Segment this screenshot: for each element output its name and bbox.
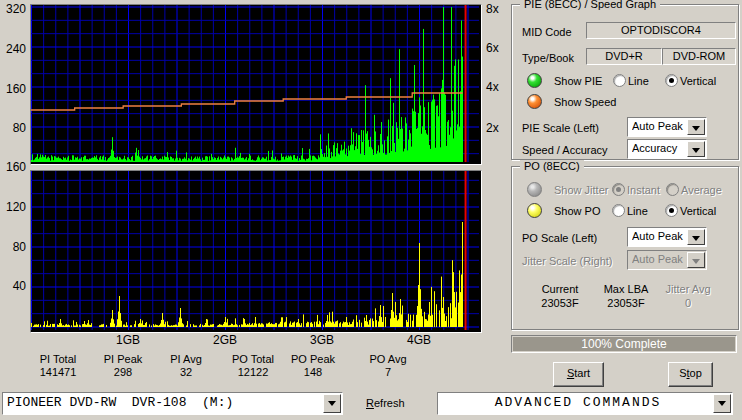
po-ytick-120: 120 bbox=[0, 200, 26, 214]
advanced-commands-value: ADVANCED COMMANDS bbox=[442, 395, 714, 410]
jitter-avg-label: Jitter Avg bbox=[658, 283, 718, 295]
xtick-1gb: 1GB bbox=[106, 333, 150, 347]
po-avg-label: PO Avg bbox=[343, 353, 433, 365]
xtick-4gb: 4GB bbox=[397, 333, 441, 347]
max-lba-value: 23053F bbox=[596, 297, 656, 309]
po-graph-canvas bbox=[31, 171, 479, 330]
po-scale-value: Auto Peak bbox=[632, 230, 688, 242]
stop-label-rest: op bbox=[690, 367, 702, 379]
po-graph bbox=[30, 170, 482, 333]
pie-line-label: Line bbox=[628, 75, 649, 87]
type-field: DVD+R bbox=[586, 48, 662, 65]
refresh-button[interactable]: Refresh bbox=[366, 397, 405, 409]
max-lba-label: Max LBA bbox=[596, 283, 656, 295]
speed-accuracy-arrow-icon[interactable] bbox=[687, 141, 705, 157]
speed-accuracy-label: Speed / Accuracy bbox=[522, 144, 608, 156]
current-label: Current bbox=[530, 283, 590, 295]
jitter-average-radio bbox=[666, 183, 679, 196]
pie-ytick-240: 240 bbox=[0, 42, 26, 56]
mid-code-label: MID Code bbox=[522, 26, 572, 38]
pie-scale-select[interactable]: Auto Peak bbox=[627, 117, 707, 137]
pie-ytick-80: 80 bbox=[0, 121, 26, 135]
start-label-rest: tart bbox=[574, 367, 590, 379]
show-jitter-label: Show Jitter bbox=[554, 184, 608, 196]
show-pie-led[interactable] bbox=[527, 73, 542, 88]
pie-scale-arrow-icon[interactable] bbox=[687, 119, 705, 135]
mid-code-field: OPTODISCOR4 bbox=[586, 22, 736, 39]
pie-speed-groupbox: PIE (8ECC) / Speed Graph MID Code OPTODI… bbox=[511, 4, 739, 160]
progress-bar: 100% Complete bbox=[511, 335, 737, 353]
advanced-commands-arrow-icon[interactable] bbox=[713, 394, 731, 413]
po-ytick-80: 80 bbox=[0, 240, 26, 254]
jitter-instant-label: Instant bbox=[627, 184, 660, 196]
pie-line-radio[interactable] bbox=[613, 74, 626, 87]
pie-groupbox-title: PIE (8ECC) / Speed Graph bbox=[520, 0, 660, 10]
jitter-scale-select: Auto Peak bbox=[627, 250, 707, 270]
po-scale-select[interactable]: Auto Peak bbox=[627, 227, 707, 247]
show-pie-label: Show PIE bbox=[554, 75, 602, 87]
speed-ytick-6x: 6x bbox=[486, 41, 512, 55]
show-speed-label: Show Speed bbox=[554, 96, 616, 108]
drive-select-value: PIONEER DVD-RW DVR-108 (M:) bbox=[7, 395, 324, 410]
jitter-avg-value: 0 bbox=[658, 297, 718, 309]
pie-scale-value: Auto Peak bbox=[632, 120, 688, 132]
show-speed-led[interactable] bbox=[527, 94, 542, 109]
po-ytick-160: 160 bbox=[0, 160, 26, 174]
advanced-commands-select[interactable]: ADVANCED COMMANDS bbox=[437, 392, 733, 415]
pie-speed-graph bbox=[30, 4, 482, 165]
speed-ytick-8x: 8x bbox=[486, 2, 512, 16]
stop-label-pre: S bbox=[679, 367, 686, 379]
po-scale-label: PO Scale (Left) bbox=[522, 232, 597, 244]
xtick-2gb: 2GB bbox=[203, 333, 247, 347]
stop-button[interactable]: Stop bbox=[668, 362, 713, 387]
pie-vertical-radio[interactable] bbox=[665, 74, 678, 87]
po-groupbox-title: PO (8ECC) bbox=[520, 160, 584, 172]
po-line-radio[interactable] bbox=[612, 204, 625, 217]
speed-accuracy-value: Accuracy bbox=[632, 142, 688, 154]
jitter-average-label: Average bbox=[681, 184, 722, 196]
pie-ytick-320: 320 bbox=[0, 2, 26, 16]
po-avg-value: 7 bbox=[343, 366, 433, 378]
refresh-label-underline: R bbox=[366, 397, 374, 409]
jitter-scale-value: Auto Peak bbox=[632, 253, 688, 265]
po-groupbox: PO (8ECC) Show Jitter Instant Average Sh… bbox=[511, 166, 739, 330]
dvdinfopro-window: 320 240 160 80 8x 6x 4x 2x 160 120 80 40… bbox=[0, 0, 742, 420]
start-button[interactable]: Start bbox=[553, 362, 604, 387]
pie-ytick-160: 160 bbox=[0, 82, 26, 96]
refresh-label-rest: efresh bbox=[374, 397, 405, 409]
drive-select[interactable]: PIONEER DVD-RW DVR-108 (M:) bbox=[2, 392, 343, 415]
show-po-led[interactable] bbox=[527, 203, 542, 218]
jitter-scale-label: Jitter Scale (Right) bbox=[522, 255, 612, 267]
drive-select-arrow-icon[interactable] bbox=[323, 394, 341, 413]
current-value: 23053F bbox=[530, 297, 590, 309]
show-po-label: Show PO bbox=[554, 205, 600, 217]
speed-accuracy-select[interactable]: Accuracy bbox=[627, 139, 707, 159]
po-ytick-40: 40 bbox=[0, 279, 26, 293]
jitter-scale-arrow-icon bbox=[687, 252, 705, 268]
progress-bar-text: 100% Complete bbox=[512, 337, 736, 351]
jitter-instant-radio bbox=[612, 183, 625, 196]
type-book-label: Type/Book bbox=[522, 52, 574, 64]
po-vertical-radio[interactable] bbox=[665, 204, 678, 217]
pie-vertical-label: Vertical bbox=[680, 75, 716, 87]
speed-ytick-2x: 2x bbox=[486, 121, 512, 135]
pie-scale-label: PIE Scale (Left) bbox=[522, 122, 599, 134]
po-line-label: Line bbox=[627, 205, 648, 217]
po-scale-arrow-icon[interactable] bbox=[687, 229, 705, 245]
speed-ytick-4x: 4x bbox=[486, 80, 512, 94]
pie-speed-graph-canvas bbox=[31, 5, 479, 162]
xtick-3gb: 3GB bbox=[300, 333, 344, 347]
po-vertical-label: Vertical bbox=[680, 205, 716, 217]
book-field: DVD-ROM bbox=[662, 48, 736, 65]
show-jitter-led bbox=[527, 182, 542, 197]
